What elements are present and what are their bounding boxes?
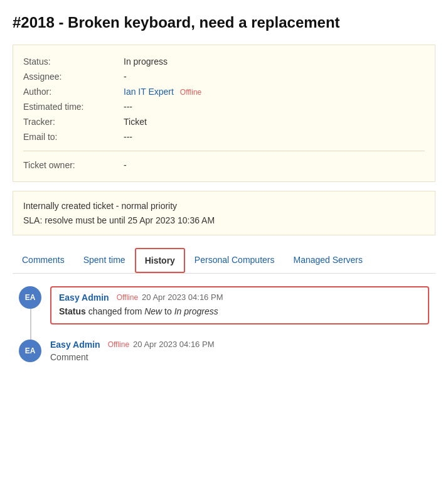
ticket-info-section: Status: In progress Assignee: - Author: … [13, 45, 435, 182]
tab-personal-computers[interactable]: Personal Computers [185, 248, 284, 273]
avatar-1: EA [19, 286, 41, 309]
estimated-row: Estimated time: --- [23, 99, 425, 114]
history-timestamp-2: 20 Apr 2023 04:16 PM [133, 340, 214, 349]
estimated-value: --- [124, 102, 132, 112]
tracker-value: Ticket [124, 117, 147, 127]
change-new-1: In progress [174, 306, 218, 316]
history-container: EA Easy Admin Offline 20 Apr 2023 04:16 … [13, 286, 435, 362]
history-comment-2: Comment [50, 352, 429, 362]
owner-value: - [124, 160, 127, 170]
history-body-1: Status changed from New to In progress [59, 305, 420, 318]
tab-comments[interactable]: Comments [13, 248, 74, 273]
history-entry-1: EA Easy Admin Offline 20 Apr 2023 04:16 … [19, 286, 429, 324]
change-text-1: changed from [88, 306, 145, 316]
tracker-row: Tracker: Ticket [23, 114, 425, 129]
tabs-container: Comments Spent time History Personal Com… [13, 248, 435, 274]
history-entry-2: EA Easy Admin Offline 20 Apr 2023 04:16 … [19, 340, 429, 362]
change-to-text-1: to [164, 306, 174, 316]
assignee-label: Assignee: [23, 72, 124, 82]
tab-managed-servers[interactable]: Managed Servers [284, 248, 372, 273]
change-old-1: New [144, 306, 162, 316]
history-author-1[interactable]: Easy Admin [59, 292, 109, 303]
status-label: Status: [23, 56, 124, 67]
history-header-1: Easy Admin Offline 20 Apr 2023 04:16 PM [59, 292, 420, 303]
notes-line1: Internally created ticket - normal prior… [23, 199, 425, 213]
author-row: Author: Ian IT Expert Offline [23, 84, 425, 99]
email-value: --- [124, 132, 132, 142]
author-value: Ian IT Expert Offline [124, 87, 201, 97]
assignee-row: Assignee: - [23, 69, 425, 84]
avatar-2: EA [19, 340, 41, 362]
owner-row: Ticket owner: - [23, 158, 425, 173]
tab-spent-time[interactable]: Spent time [74, 248, 135, 273]
estimated-label: Estimated time: [23, 102, 124, 112]
info-divider [23, 151, 425, 151]
status-value: In progress [124, 56, 168, 67]
history-author-status-2: Offline [108, 340, 129, 349]
history-author-status-1: Offline [117, 293, 138, 302]
author-link[interactable]: Ian IT Expert [124, 87, 174, 97]
tab-history[interactable]: History [135, 248, 185, 273]
ticket-title: #2018 - Broken keyboard, need a replacem… [13, 13, 435, 32]
history-author-2[interactable]: Easy Admin [50, 340, 100, 350]
history-content-1: Easy Admin Offline 20 Apr 2023 04:16 PM … [50, 286, 429, 324]
history-header-2: Easy Admin Offline 20 Apr 2023 04:16 PM [50, 340, 429, 350]
notes-line2: SLA: resolve must be until 25 Apr 2023 1… [23, 213, 425, 227]
history-timestamp-1: 20 Apr 2023 04:16 PM [142, 292, 223, 302]
history-content-2: Easy Admin Offline 20 Apr 2023 04:16 PM … [50, 340, 429, 362]
change-field-1: Status [59, 306, 86, 316]
author-offline-badge: Offline [180, 88, 201, 97]
assignee-value: - [124, 72, 127, 82]
status-row: Status: In progress [23, 54, 425, 69]
owner-label: Ticket owner: [23, 160, 124, 170]
tracker-label: Tracker: [23, 117, 124, 127]
email-row: Email to: --- [23, 129, 425, 144]
author-label: Author: [23, 87, 124, 97]
notes-section: Internally created ticket - normal prior… [13, 191, 435, 235]
email-label: Email to: [23, 132, 124, 142]
